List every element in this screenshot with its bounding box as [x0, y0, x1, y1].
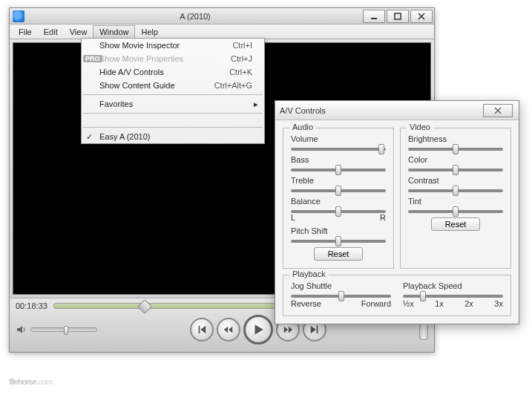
- tint-slider[interactable]: [408, 210, 503, 213]
- menu-view[interactable]: View: [64, 26, 93, 38]
- slider-thumb-icon[interactable]: [453, 165, 459, 175]
- bass-slider[interactable]: [291, 169, 386, 171]
- submenu-arrow-icon: ▸: [254, 99, 258, 109]
- jog-forward-label: Forward: [361, 299, 391, 308]
- menu-separator: [83, 127, 263, 128]
- balance-r: R: [380, 213, 386, 222]
- speed-half: ½x: [403, 299, 414, 308]
- slider-thumb-icon[interactable]: [378, 144, 384, 154]
- audio-group: Audio Volume Bass Treble Balance LR Pitc…: [283, 128, 394, 269]
- playback-legend: Playback: [289, 269, 329, 278]
- svg-rect-1: [395, 13, 401, 19]
- speed-1x: 1x: [435, 299, 444, 308]
- speed-slider[interactable]: [403, 295, 503, 298]
- color-slider[interactable]: [408, 169, 503, 171]
- menu-shortcut: Ctrl+K: [229, 68, 252, 76]
- volume-icon[interactable]: [16, 324, 27, 336]
- menu-separator: [83, 94, 263, 95]
- watermark-suffix: .com: [36, 377, 53, 386]
- menu-item-show-properties: PRO Show Movie Properties Ctrl+J: [82, 52, 264, 65]
- video-group: Video Brightness Color Contrast Tint Res…: [400, 128, 511, 269]
- video-legend: Video: [407, 122, 433, 131]
- balance-label: Balance: [291, 197, 386, 206]
- speed-3x: 3x: [494, 299, 503, 308]
- slider-thumb-icon[interactable]: [335, 165, 341, 175]
- slider-thumb-icon[interactable]: [335, 236, 341, 246]
- window-buttons: [363, 10, 434, 23]
- slider-thumb-icon[interactable]: [335, 186, 341, 196]
- av-controls-window: A/V Controls Audio Volume Bass Treble Ba…: [275, 100, 519, 324]
- menu-help[interactable]: Help: [135, 26, 164, 38]
- menu-item-show-inspector[interactable]: Show Movie Inspector Ctrl+I: [82, 39, 264, 52]
- time-display: 00:18:33: [16, 301, 47, 310]
- menu-item-easy-a[interactable]: ✓ Easy A (2010): [82, 130, 264, 143]
- bass-label: Bass: [291, 155, 386, 164]
- menu-item-label: Show Movie Inspector: [99, 41, 180, 50]
- volume-slider[interactable]: [291, 148, 386, 151]
- playback-group: Playback Jog Shuttle ReverseForward Play…: [283, 275, 511, 316]
- speed-2x: 2x: [464, 299, 473, 308]
- brightness-slider[interactable]: [408, 148, 503, 151]
- brightness-label: Brightness: [408, 134, 503, 143]
- close-button[interactable]: [410, 10, 433, 23]
- pro-badge: PRO: [83, 55, 102, 62]
- balance-slider[interactable]: [291, 210, 386, 213]
- av-window-title: A/V Controls: [280, 106, 483, 115]
- watermark: filehorse.com: [9, 366, 53, 390]
- maximize-button[interactable]: [387, 10, 409, 23]
- treble-slider[interactable]: [291, 189, 386, 192]
- slider-thumb-icon[interactable]: [453, 206, 459, 217]
- balance-l: L: [291, 213, 295, 222]
- menu-item-favorites[interactable]: Favorites ▸: [82, 97, 264, 111]
- volume-thumb-icon[interactable]: [64, 326, 68, 335]
- pitch-slider[interactable]: [291, 240, 386, 243]
- menu-item-label: Hide A/V Controls: [99, 68, 164, 76]
- slider-thumb-icon[interactable]: [453, 186, 459, 196]
- titlebar: A (2010): [10, 8, 434, 24]
- video-reset-button[interactable]: Reset: [431, 218, 481, 231]
- av-close-button[interactable]: [483, 104, 513, 117]
- slider-thumb-icon[interactable]: [453, 144, 459, 154]
- seek-thumb-icon[interactable]: [137, 299, 152, 314]
- window-title: A (2010): [27, 12, 363, 21]
- jog-slider[interactable]: [291, 295, 391, 298]
- rewind-button[interactable]: [217, 318, 240, 341]
- menu-item-label: Favorites: [99, 99, 133, 108]
- prev-button[interactable]: [190, 318, 214, 341]
- svg-rect-0: [371, 18, 377, 19]
- checkmark-icon: ✓: [86, 132, 93, 142]
- tint-label: Tint: [408, 197, 503, 206]
- audio-legend: Audio: [289, 122, 316, 131]
- slider-thumb-icon[interactable]: [338, 291, 344, 301]
- window-menu-dropdown: Show Movie Inspector Ctrl+I PRO Show Mov…: [81, 38, 265, 144]
- speed-label: Playback Speed: [403, 281, 503, 290]
- play-button[interactable]: [243, 315, 273, 344]
- contrast-slider[interactable]: [408, 189, 503, 192]
- menu-edit[interactable]: Edit: [38, 26, 64, 38]
- menu-separator: [83, 113, 263, 114]
- menu-window[interactable]: Window: [93, 25, 135, 38]
- menu-item-show-guide[interactable]: Show Content Guide Ctrl+Alt+G: [82, 79, 264, 92]
- audio-reset-button[interactable]: Reset: [314, 247, 364, 261]
- menu-file[interactable]: File: [13, 26, 38, 38]
- menu-item-hide-av[interactable]: Hide A/V Controls Ctrl+K: [82, 65, 264, 79]
- av-titlebar: A/V Controls: [275, 101, 519, 120]
- pitch-label: Pitch Shift: [291, 226, 386, 235]
- contrast-label: Contrast: [408, 176, 503, 185]
- jog-reverse-label: Reverse: [291, 299, 321, 308]
- slider-thumb-icon[interactable]: [420, 291, 426, 301]
- volume-label: Volume: [291, 134, 386, 143]
- volume-slider[interactable]: [30, 327, 97, 332]
- treble-label: Treble: [291, 176, 386, 185]
- menu-shortcut: Ctrl+J: [231, 54, 252, 63]
- watermark-main: filehorse: [9, 377, 36, 386]
- menu-item-label: Easy A (2010): [99, 132, 151, 141]
- minimize-button[interactable]: [363, 10, 385, 23]
- menubar: File Edit View Window Help: [10, 24, 434, 39]
- menu-item-label: Show Content Guide: [99, 81, 175, 90]
- color-label: Color: [408, 155, 503, 164]
- menu-shortcut: Ctrl+I: [232, 41, 252, 50]
- menu-shortcut: Ctrl+Alt+G: [214, 81, 252, 90]
- slider-thumb-icon[interactable]: [335, 206, 341, 217]
- app-icon: [13, 10, 24, 22]
